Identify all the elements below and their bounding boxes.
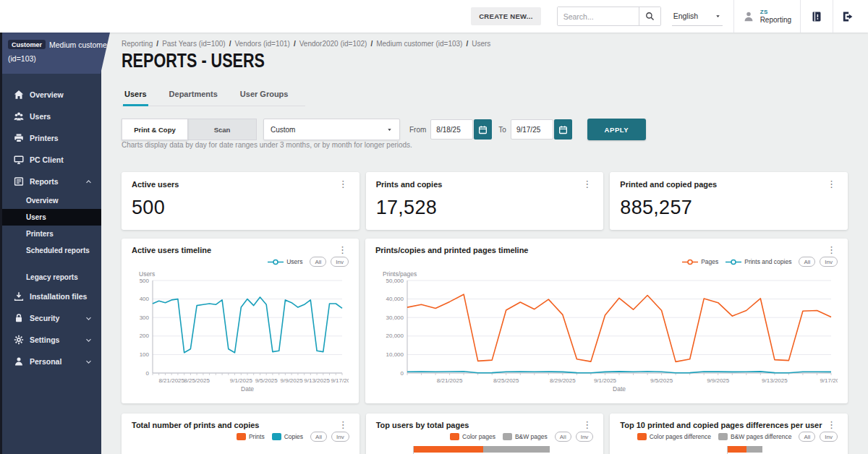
sidebar-item-reports[interactable]: Reports (0, 171, 101, 192)
sidebar-item-label: Legacy reports (26, 273, 78, 281)
sidebar-item-pc-client[interactable]: PC Client (0, 149, 101, 171)
create-new-button[interactable]: CREATE NEW... (471, 7, 540, 25)
sidebar-item-personal[interactable]: Personal (0, 351, 101, 372)
svg-text:9/13/2025: 9/13/2025 (762, 377, 788, 384)
customer-badge: Customer (8, 40, 46, 49)
legend-item-b-w-pages[interactable]: B&W pages (503, 433, 548, 440)
card-menu-button[interactable]: ⋮ (336, 246, 349, 254)
legend-toggle-all[interactable]: All (799, 257, 815, 267)
sidebar-item-printers[interactable]: Printers (0, 226, 101, 242)
lock-icon (14, 313, 24, 323)
sidebar-item-settings[interactable]: Settings (0, 329, 101, 351)
caret-down-icon (715, 13, 721, 20)
sidebar-item-overview[interactable]: Overview (0, 192, 101, 209)
legend-toggle-inv[interactable]: Inv (331, 257, 349, 267)
search-input[interactable] (558, 7, 639, 25)
mode-print-copy[interactable]: Print & Copy (122, 119, 188, 140)
chart-plot-area: Users01002003004005008/21/20258/25/20259… (132, 269, 349, 398)
card-menu-button[interactable]: ⋮ (337, 180, 349, 188)
logout-button[interactable] (833, 0, 862, 33)
svg-text:9/1/2025: 9/1/2025 (594, 377, 617, 384)
user-menu[interactable]: ZS Reporting (734, 0, 800, 33)
mode-scan[interactable]: Scan (188, 119, 257, 140)
sidebar-item-legacy-reports[interactable]: Legacy reports (0, 269, 101, 286)
bar-segment-color-pages-difference (727, 446, 747, 453)
legend-item-color-pages-difference[interactable]: Color pages difference (637, 433, 711, 440)
legend-item-prints-and-copies[interactable]: Prints and copies (726, 258, 791, 265)
page-title: REPORTS - USERS (122, 50, 265, 72)
manual-button[interactable] (801, 0, 833, 33)
sidebar-item-users[interactable]: Users (0, 106, 101, 127)
svg-text:500: 500 (140, 278, 150, 284)
apply-button[interactable]: APPLY (587, 119, 646, 140)
card-menu-button[interactable]: ⋮ (825, 180, 838, 188)
tab-user-groups[interactable]: User Groups (239, 85, 290, 106)
legend-toggle-inv[interactable]: Inv (331, 432, 349, 442)
sidebar-item-installation-files[interactable]: Installation files (0, 286, 101, 307)
card-menu-button[interactable]: ⋮ (825, 246, 838, 254)
svg-text:20,000: 20,000 (386, 333, 404, 339)
to-calendar-button[interactable] (554, 119, 572, 140)
sidebar-item-security[interactable]: Security (0, 307, 101, 329)
svg-text:10,000: 10,000 (386, 351, 404, 358)
breadcrumb-item-reporting[interactable]: Reporting (122, 40, 153, 48)
svg-text:0: 0 (146, 370, 150, 377)
legend-label: B&W pages difference (731, 433, 791, 440)
legend-item-b-w-pages-difference[interactable]: B&W pages difference (718, 433, 791, 440)
legend-item-users[interactable]: Users (268, 258, 302, 265)
breadcrumb-separator: / (370, 40, 373, 48)
language-select[interactable]: English (672, 7, 723, 26)
tab-departments[interactable]: Departments (168, 85, 219, 106)
legend-toggle-all[interactable]: All (310, 257, 326, 267)
chart-legend: PagesPrints and copiesAllInv (375, 256, 838, 267)
line-marker-icon (268, 259, 284, 265)
card-menu-button[interactable]: ⋮ (825, 421, 838, 429)
legend-toggle-inv[interactable]: Inv (820, 432, 838, 442)
line-marker-icon (726, 259, 741, 265)
breadcrumb-item-vendor2020-id-102[interactable]: Vendor2020 (id=102) (299, 40, 367, 48)
sidebar-item-overview[interactable]: Overview (0, 84, 101, 106)
svg-text:8/29/2025: 8/29/2025 (550, 377, 576, 384)
sidebar-item-printers[interactable]: Printers (0, 127, 101, 149)
card-menu-button[interactable]: ⋮ (581, 421, 593, 429)
pc-client-icon (14, 155, 24, 165)
sidebar-item-label: PC Client (30, 155, 64, 164)
card-menu-button[interactable]: ⋮ (337, 421, 349, 429)
customer-title: Customer Medium customer (8, 40, 103, 49)
legend-item-prints[interactable]: Prints (237, 433, 265, 440)
legend-toggle-all[interactable]: All (310, 432, 327, 442)
card-menu-button[interactable]: ⋮ (581, 180, 593, 188)
from-date-input[interactable] (430, 119, 473, 140)
person-icon (14, 356, 24, 367)
breadcrumb-separator: / (229, 40, 231, 48)
legend-item-color-pages[interactable]: Color pages (450, 433, 495, 440)
svg-text:8/21/2025: 8/21/2025 (437, 377, 463, 384)
legend-toggle-inv[interactable]: Inv (576, 432, 594, 442)
sidebar-item-label: Users (30, 112, 51, 121)
customer-banner: Customer Medium customer (id=103) (0, 33, 110, 74)
tab-users[interactable]: Users (123, 85, 148, 106)
sidebar-item-users[interactable]: Users (0, 209, 101, 226)
legend-label: Users (286, 258, 302, 265)
breadcrumb-item-medium-customer-id-103[interactable]: Medium customer (id=103) (376, 40, 462, 48)
sidebar-item-scheduled-reports[interactable]: Scheduled reports (0, 242, 101, 259)
legend-item-copies[interactable]: Copies (272, 433, 303, 440)
legend-toggle-all[interactable]: All (799, 432, 815, 442)
to-date-input[interactable] (511, 119, 553, 140)
printer-icon (14, 133, 24, 143)
breadcrumb-separator: / (156, 40, 158, 48)
breadcrumb-item-past-years-id-100[interactable]: Past Years (id=100) (162, 40, 226, 48)
legend-label: B&W pages (515, 433, 548, 440)
chart-legend: UsersAllInv (132, 256, 349, 267)
breadcrumb-item-vendors-id-101[interactable]: Vendors (id=101) (234, 40, 289, 48)
legend-item-pages[interactable]: Pages (682, 258, 718, 265)
search-button[interactable] (639, 7, 660, 25)
from-calendar-button[interactable] (474, 119, 492, 140)
period-select[interactable]: Custom (263, 119, 400, 140)
legend-toggle-inv[interactable]: Inv (820, 257, 838, 267)
swatch-icon (237, 433, 246, 440)
window-edge (0, 33, 2, 454)
svg-text:9/17/202: 9/17/202 (331, 377, 349, 384)
legend-toggle-all[interactable]: All (555, 432, 571, 442)
users-icon (14, 111, 24, 121)
